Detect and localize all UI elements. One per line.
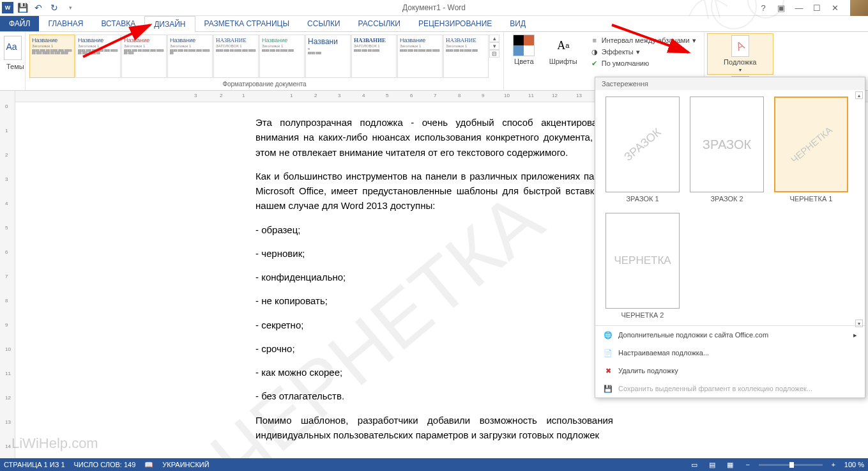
style-item[interactable]: НазваниеЗаголовок 1████ ███ ██ ████ ███ … xyxy=(397,35,443,78)
svg-line-3 xyxy=(612,25,689,52)
watermark-button[interactable]: A Подложка▾ xyxy=(707,33,773,75)
more-watermarks-office[interactable]: 🌐Дополнительные подложки с сайта Office.… xyxy=(595,326,865,344)
style-item[interactable]: НазваниеЗаголовок 1████ ███ ██ ████ ███ xyxy=(259,35,305,78)
dropdown-scroll-up[interactable]: ▴ xyxy=(855,91,863,99)
annotation-arrow-design xyxy=(83,22,160,62)
status-page[interactable]: СТРАНИЦА 1 ИЗ 1 xyxy=(4,461,65,468)
group-label: Форматирование документа xyxy=(28,79,501,89)
themes-icon xyxy=(4,36,22,60)
tab-mailings[interactable]: РАССЫЛКИ xyxy=(349,16,409,31)
style-item[interactable]: НАЗВАНИЕЗАГОЛОВОК 1████ ███ ██ ████ xyxy=(351,35,397,78)
themes-button[interactable]: Темы xyxy=(3,61,22,72)
gallery-down[interactable]: ▾ xyxy=(489,42,499,50)
window-title: Документ1 - Word xyxy=(402,3,466,12)
watermark-icon: A xyxy=(731,35,749,57)
status-words[interactable]: ЧИСЛО СЛОВ: 149 xyxy=(74,461,136,468)
document-content[interactable]: Эта полупрозрачная подложка - очень удоб… xyxy=(255,115,613,442)
watermark-option-sample2[interactable]: ЗРАЗОКЗРАЗОК 2 xyxy=(690,97,764,203)
status-proofing-icon[interactable]: 📖 xyxy=(144,461,153,469)
status-bar: СТРАНИЦА 1 ИЗ 1 ЧИСЛО СЛОВ: 149 📖 УКРАИН… xyxy=(0,458,868,471)
zoom-in[interactable]: + xyxy=(826,459,841,470)
zoom-level[interactable]: 100 % xyxy=(844,461,864,468)
style-item[interactable]: НАЗВАНИЕЗаголовок 1████ ███ ██ ████ ███ xyxy=(443,35,489,78)
user-avatar[interactable] xyxy=(850,0,868,16)
watermark-dropdown: Застереження ЗРАЗОКЗРАЗОК 1 ЗРАЗОКЗРАЗОК… xyxy=(595,77,865,398)
annotation-arrow-watermark xyxy=(612,22,701,62)
watermark-option-draft2[interactable]: ЧЕРНЕТКАЧЕРНЕТКА 2 xyxy=(605,213,680,319)
tab-file[interactable]: ФАЙЛ xyxy=(0,16,39,31)
save-button[interactable]: 💾 xyxy=(15,1,29,15)
style-item[interactable]: НазваниеЗаголовок 1████ ███ ██ ████ ███ … xyxy=(167,35,213,78)
status-language[interactable]: УКРАИНСКИЙ xyxy=(162,461,209,468)
style-item[interactable]: Название████ ███ xyxy=(305,35,351,78)
view-read-mode[interactable]: ▭ xyxy=(687,459,701,470)
tab-layout[interactable]: РАЗМЕТКА СТРАНИЦЫ xyxy=(195,16,299,31)
svg-point-0 xyxy=(712,0,756,29)
tab-references[interactable]: ССЫЛКИ xyxy=(298,16,349,31)
redo-button[interactable]: ↻ xyxy=(47,1,61,15)
style-item[interactable]: НАЗВАНИЕЗАГОЛОВОК 1████ ███ ██ ████ ███ … xyxy=(213,35,259,78)
zoom-out[interactable]: − xyxy=(741,459,755,470)
gallery-up[interactable]: ▴ xyxy=(489,35,499,42)
gallery-more[interactable]: ⊟ xyxy=(489,50,499,58)
tab-view[interactable]: ВИД xyxy=(501,16,535,31)
vertical-ruler[interactable]: 01234567891011121314 xyxy=(0,91,15,458)
watermark-option-draft1[interactable]: ЧЕРНЕТКАЧЕРНЕТКА 1 xyxy=(774,97,848,203)
colors-icon xyxy=(513,35,535,56)
save-selection-watermark: 💾Сохранить выделенный фрагмент в коллекц… xyxy=(595,380,865,398)
dropdown-scroll-down[interactable]: ▾ xyxy=(855,320,863,327)
fonts-icon: Aa xyxy=(554,35,573,56)
view-print-layout[interactable]: ▤ xyxy=(705,459,719,470)
zoom-slider[interactable] xyxy=(759,464,823,466)
qat-customize[interactable]: ▾ xyxy=(63,1,77,15)
custom-watermark[interactable]: 📄Настраиваемая подложка... xyxy=(595,344,865,362)
view-web-layout[interactable]: ▦ xyxy=(723,459,737,470)
site-watermark: LiWiHelp.com xyxy=(11,435,98,452)
svg-point-1 xyxy=(748,0,784,18)
word-icon: W xyxy=(2,2,13,13)
style-item[interactable]: НазваниеЗаголовок 1████ ███ ██ ████ ███ … xyxy=(29,35,75,78)
remove-watermark[interactable]: ✖Удалить подложку xyxy=(595,362,865,380)
svg-line-2 xyxy=(83,25,150,57)
undo-button[interactable]: ↶ xyxy=(31,1,45,15)
tab-review[interactable]: РЕЦЕНЗИРОВАНИЕ xyxy=(409,16,501,31)
dropdown-header: Застереження xyxy=(595,77,865,90)
fonts-button[interactable]: Шрифты xyxy=(545,56,581,66)
colors-button[interactable]: Цвета xyxy=(510,56,538,66)
watermark-option-sample1[interactable]: ЗРАЗОКЗРАЗОК 1 xyxy=(605,97,680,203)
